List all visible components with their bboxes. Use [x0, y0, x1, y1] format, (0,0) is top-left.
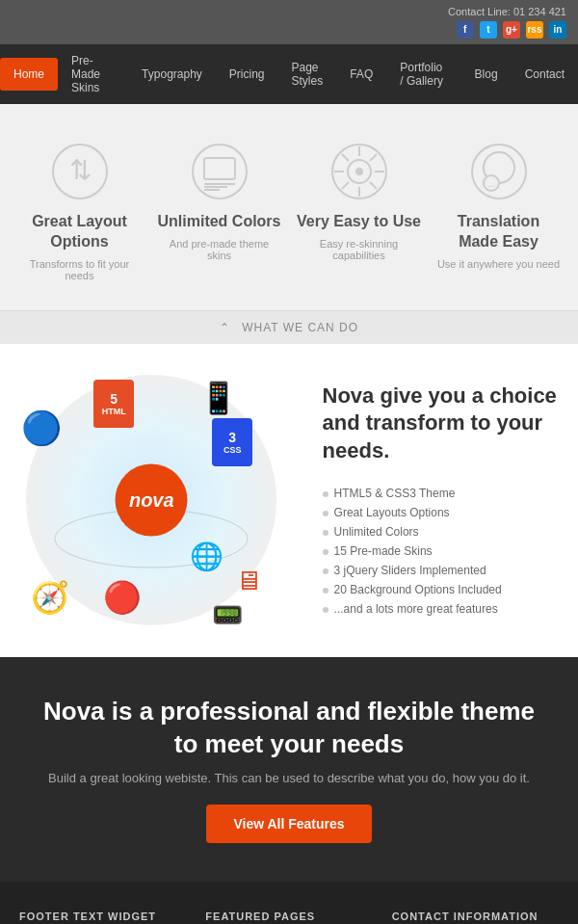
list-item: ...and a lots more great features [323, 599, 559, 619]
linkedin-icon[interactable]: in [549, 21, 566, 39]
feature-layout-title: Great Layout Options [17, 212, 142, 252]
html5-icon: 5 HTML [93, 380, 134, 428]
opera-icon: 🔴 [103, 579, 142, 616]
list-item: 20 Background Options Included [323, 580, 559, 599]
what-label: WHAT WE CAN DO [242, 321, 358, 334]
translation-icon: ... [470, 143, 528, 200]
feature-colors-title: Unlimited Colors [157, 212, 281, 232]
googleplus-icon[interactable]: g+ [503, 21, 520, 39]
feature-translation-desc: Use it anywhere you need [436, 258, 561, 270]
nav-item-portfolio[interactable]: Portfolio / Gallery [386, 51, 460, 97]
svg-line-15 [370, 182, 377, 189]
svg-text:...: ... [486, 178, 494, 189]
twitter-icon[interactable]: t [480, 21, 497, 39]
main-nav: Home Pre-Made Skins Typography Pricing P… [0, 44, 578, 104]
logo-area: nova 5 HTML 3 CSS 📱 🖥 🔵 🧭 🔴 🌐 [10, 363, 294, 639]
footer-pages-heading: FEATURED PAGES [205, 911, 372, 924]
footer-widget-heading: FOOTER TEXT WIDGET [19, 911, 186, 924]
monitor-icon: 🖥 [235, 565, 262, 596]
css3-icon: 3 CSS [212, 418, 252, 466]
list-item: Unlimited Colors [323, 522, 559, 541]
phone-icon: 📱 [199, 380, 238, 416]
feature-easy-desc: Easy re-skinning capabilities [297, 238, 421, 261]
facebook-icon[interactable]: f [457, 21, 474, 39]
what-banner: ⌃ WHAT WE CAN DO [0, 310, 578, 344]
svg-line-14 [342, 154, 349, 161]
top-bar: Contact Line: 01 234 421 f t g+ rss in [0, 0, 578, 44]
main-content: nova 5 HTML 3 CSS 📱 🖥 🔵 🧭 🔴 🌐 [0, 344, 578, 658]
feature-easy-title: Very Easy to Use [297, 212, 421, 232]
promo-subtext: Build a great looking webiste. This can … [29, 771, 549, 785]
feature-layout: ⇅ Great Layout Options Transforms to fit… [10, 133, 149, 291]
footer-col-contact: CONTACT INFORMATION Charismatic Media In… [392, 911, 559, 924]
nav-item-pricing[interactable]: Pricing [216, 58, 278, 91]
contact-line: Contact Line: 01 234 421 [448, 6, 566, 17]
svg-text:⇅: ⇅ [68, 155, 91, 185]
svg-line-17 [342, 182, 349, 189]
features-section: ⇅ Great Layout Options Transforms to fit… [0, 104, 578, 310]
feature-translation: ... Translation Made Easy Use it anywher… [429, 133, 568, 291]
footer-col-pages: FEATURED PAGES + Main Home Page + Slides… [205, 911, 372, 924]
nova-logo: nova [116, 464, 188, 537]
svg-point-9 [355, 168, 363, 175]
nav-item-faq[interactable]: FAQ [336, 58, 386, 91]
view-features-button[interactable]: View All Features [206, 805, 371, 843]
footer-contact-heading: CONTACT INFORMATION [392, 911, 559, 924]
feature-colors: Unlimited Colors And pre-made theme skin… [149, 133, 289, 291]
safari-icon: 🧭 [31, 579, 69, 616]
tablet-icon: 📟 [212, 600, 243, 630]
feature-colors-desc: And pre-made theme skins [157, 238, 281, 261]
colors-icon [191, 143, 249, 200]
layout-icon: ⇅ [51, 143, 109, 200]
nav-item-premade[interactable]: Pre-Made Skins [58, 44, 128, 104]
svg-rect-3 [204, 158, 235, 179]
nav-item-pagestyles[interactable]: Page Styles [278, 51, 337, 97]
nav-item-contact[interactable]: Contact [512, 58, 578, 91]
feature-easy: Very Easy to Use Easy re-skinning capabi… [289, 133, 429, 291]
footer-grid: FOOTER TEXT WIDGET 👤 This is nova theme … [19, 911, 559, 924]
chrome-icon: 🔵 [21, 409, 62, 447]
list-item: 15 Pre-made Skins [323, 541, 559, 561]
rss-icon[interactable]: rss [526, 21, 543, 39]
promo-band: Nova is a professional and flexible them… [0, 657, 578, 882]
feature-translation-title: Translation Made Easy [436, 212, 561, 252]
svg-line-16 [370, 154, 377, 161]
promo-headline: Nova is a professional and flexible them… [29, 696, 549, 761]
footer: FOOTER TEXT WIDGET 👤 This is nova theme … [0, 882, 578, 924]
feature-layout-desc: Transforms to fit your needs [17, 258, 142, 281]
nav-item-typography[interactable]: Typography [128, 58, 216, 91]
list-item: Great Layouts Options [323, 503, 559, 522]
easy-icon [330, 143, 388, 200]
nav-item-home[interactable]: Home [0, 58, 58, 91]
features-list: Nova give you a choice and transform to … [313, 363, 568, 639]
list-item: HTML5 & CSS3 Theme [323, 484, 559, 503]
nav-item-blog[interactable]: Blog [461, 58, 512, 91]
features-grid: ⇅ Great Layout Options Transforms to fit… [10, 133, 568, 291]
ie-icon: 🌐 [190, 541, 223, 572]
footer-col-widget: FOOTER TEXT WIDGET 👤 This is nova theme … [19, 911, 186, 924]
main-headline: Nova give you a choice and transform to … [323, 383, 559, 465]
list-item: 3 jQuery Sliders Implemented [323, 561, 559, 580]
features-list-items: HTML5 & CSS3 Theme Great Layouts Options… [323, 484, 559, 619]
arrow-up-icon: ⌃ [220, 321, 230, 334]
